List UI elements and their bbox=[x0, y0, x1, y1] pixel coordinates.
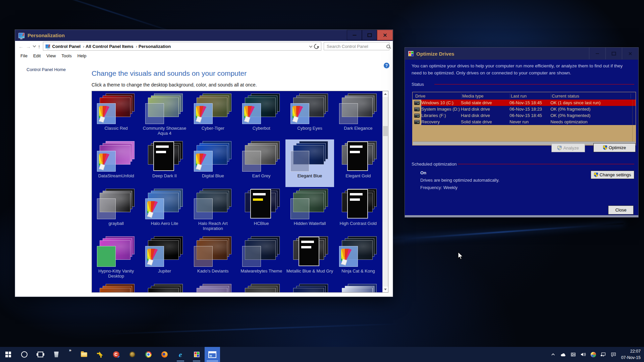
tray-onedrive-button[interactable] bbox=[559, 347, 568, 362]
firefox-button[interactable] bbox=[156, 347, 172, 362]
dialog-minimize-button[interactable] bbox=[589, 48, 605, 59]
refresh-icon[interactable] bbox=[313, 43, 320, 50]
theme-tile[interactable] bbox=[334, 282, 382, 293]
theme-tile-halo-reach-art-inspiration[interactable]: Halo Reach Art Inspiration bbox=[189, 187, 237, 235]
gold-app-button[interactable] bbox=[124, 347, 140, 362]
theme-tile-digital-blue[interactable]: Digital Blue bbox=[189, 139, 237, 187]
theme-tile-hypno-kitty-vanity-desktop[interactable]: Hypno-Kitty Vanity Desktop bbox=[92, 235, 140, 282]
column-current-status[interactable]: Current status bbox=[551, 94, 631, 99]
dialog-maximize-button[interactable] bbox=[605, 48, 622, 59]
theme-tile[interactable] bbox=[140, 282, 189, 293]
table-header[interactable]: Drive Media type Last run Current status bbox=[413, 92, 636, 100]
tray-volume-button[interactable] bbox=[579, 347, 588, 362]
theme-tile[interactable] bbox=[189, 282, 237, 293]
theme-tile-hcblue[interactable]: HCBlue bbox=[237, 187, 285, 235]
column-last-run[interactable]: Last run bbox=[510, 94, 551, 99]
column-drive[interactable]: Drive bbox=[415, 94, 462, 99]
breadcrumb-segment[interactable]: Control Panel bbox=[52, 44, 85, 49]
theme-tile-earl-grey[interactable]: Earl Grey bbox=[237, 139, 285, 187]
theme-tile-malwarebytes-theme[interactable]: Malwarebytes Theme bbox=[237, 235, 285, 282]
menu-item-tools[interactable]: Tools bbox=[61, 53, 71, 58]
forward-button[interactable]: → bbox=[26, 44, 31, 49]
menu-item-view[interactable]: View bbox=[46, 53, 56, 58]
task-view-button[interactable] bbox=[32, 347, 48, 362]
chrome-button[interactable] bbox=[140, 347, 156, 362]
title-bar[interactable]: Personalization bbox=[15, 30, 393, 41]
tray-network-button[interactable] bbox=[599, 347, 608, 362]
start-button[interactable] bbox=[0, 347, 16, 362]
tray-color-ball-button[interactable] bbox=[589, 347, 598, 362]
theme-tile-ninja-cat-kong[interactable]: Ninja Cat & Kong bbox=[334, 235, 382, 282]
dialog-close-button[interactable] bbox=[622, 48, 638, 59]
theme-tile-high-contrast-gold[interactable]: High Contrast Gold bbox=[334, 187, 382, 235]
theme-tile[interactable] bbox=[92, 282, 140, 293]
search-input[interactable] bbox=[326, 44, 386, 49]
drive-name: Recovery bbox=[421, 119, 461, 124]
drive-row-libraries-f[interactable]: Libraries (F:) Hard disk drive 06-Nov-15… bbox=[413, 112, 636, 119]
cortana-button[interactable] bbox=[16, 347, 32, 362]
help-icon[interactable]: ? bbox=[384, 63, 389, 68]
breadcrumb-segment[interactable]: All Control Panel Items bbox=[86, 44, 137, 49]
address-dropdown-chevron-icon[interactable] bbox=[309, 44, 313, 48]
dialog-title-bar[interactable]: Optimize Drives bbox=[405, 48, 638, 60]
theme-tile-grayball[interactable]: grayball bbox=[92, 187, 140, 235]
toolbar-overflow-button[interactable]: » bbox=[64, 347, 76, 362]
up-button[interactable]: ↑ bbox=[38, 44, 41, 49]
maximize-button[interactable] bbox=[362, 30, 377, 40]
file-explorer-button[interactable] bbox=[76, 347, 92, 362]
window-title: Personalization bbox=[28, 33, 65, 38]
optimize-button[interactable]: Optimize bbox=[593, 143, 636, 152]
theme-tile-metallic-blue-mud-gry[interactable]: Metallic Blue & Mud Gry bbox=[285, 235, 334, 282]
search-icon[interactable] bbox=[386, 45, 390, 48]
theme-tile-cyberbot[interactable]: Cyberbot bbox=[237, 92, 285, 139]
scrollbar-thumb[interactable] bbox=[383, 126, 388, 136]
ccleaner-button[interactable]: C bbox=[108, 347, 124, 362]
recycle-bin-button[interactable] bbox=[48, 347, 64, 362]
personalization-icon bbox=[18, 33, 24, 38]
theme-tile-cyborg-eyes[interactable]: Cyborg Eyes bbox=[285, 92, 334, 139]
gallery-scrollbar[interactable] bbox=[382, 91, 388, 292]
change-settings-button[interactable]: Change settings bbox=[591, 171, 634, 179]
control-panel-home-link[interactable]: Control Panel Home bbox=[26, 67, 66, 72]
theme-tile-hidden-waterfall[interactable]: Hidden Waterfall bbox=[285, 187, 334, 235]
theme-tile-cyber-tiger[interactable]: Cyber-Tiger bbox=[189, 92, 237, 139]
defraggler-button[interactable] bbox=[189, 347, 205, 362]
theme-tile-datastreamunfold[interactable]: DataStreamUnfold bbox=[92, 139, 140, 187]
tray-firewall-button[interactable] bbox=[569, 347, 578, 362]
minimize-button[interactable] bbox=[347, 30, 362, 40]
tray-chevron-up-button[interactable] bbox=[549, 347, 557, 362]
analyze-button[interactable]: Analyze bbox=[551, 143, 585, 152]
scroll-down-icon[interactable] bbox=[383, 287, 388, 292]
theme-tile-dark-elegance[interactable]: Dark Elegance bbox=[334, 92, 382, 139]
theme-tile-kado-s-deviants[interactable]: Kado's Deviants bbox=[189, 235, 237, 282]
theme-tile-classic-red[interactable]: Classic Red bbox=[92, 92, 140, 139]
theme-tile-halo-aero-lite[interactable]: Halo Aero Lite bbox=[140, 187, 189, 235]
close-dialog-button[interactable]: Close bbox=[608, 205, 634, 215]
theme-tile-deep-dark-ii[interactable]: Deep Dark II bbox=[140, 139, 189, 187]
search-box[interactable] bbox=[324, 42, 389, 50]
theme-tile[interactable] bbox=[285, 282, 334, 293]
drive-row-system-images-d[interactable]: System Images (D:) Hard disk drive 06-No… bbox=[413, 106, 636, 112]
menu-item-file[interactable]: File bbox=[20, 53, 28, 58]
breadcrumb-segment[interactable]: Personalization bbox=[139, 44, 173, 49]
menu-item-help[interactable]: Help bbox=[77, 53, 87, 58]
tray-action-center-button[interactable] bbox=[609, 347, 618, 362]
theme-tile[interactable] bbox=[237, 282, 285, 293]
yellow-arrows-app-button[interactable] bbox=[92, 347, 108, 362]
theme-tile-elegant-blue[interactable]: Elegant Blue bbox=[285, 139, 334, 187]
column-media-type[interactable]: Media type bbox=[462, 94, 510, 99]
address-bar[interactable]: Control PanelAll Control Panel ItemsPers… bbox=[43, 42, 322, 51]
drive-row-windows-10-c[interactable]: Windows 10 (C:) Solid state drive 06-Nov… bbox=[413, 100, 636, 106]
internet-explorer-button[interactable]: e bbox=[172, 347, 189, 362]
back-button[interactable]: ← bbox=[18, 44, 23, 49]
control-panel-active-button[interactable] bbox=[205, 347, 220, 362]
scroll-up-icon[interactable] bbox=[383, 91, 388, 97]
theme-tile-community-showcase-aqua-4[interactable]: Community Showcase Aqua 4 bbox=[140, 92, 189, 139]
menu-item-edit[interactable]: Edit bbox=[33, 53, 41, 58]
close-button[interactable] bbox=[377, 30, 393, 40]
theme-tile-elegant-gold[interactable]: Elegant Gold bbox=[334, 139, 382, 187]
clock[interactable]: 22:07 07-Nov-15 bbox=[621, 348, 641, 360]
theme-tile-jupiter[interactable]: Jupiter bbox=[140, 235, 189, 282]
drive-row-recovery[interactable]: Recovery Solid state drive Never run Nee… bbox=[413, 119, 636, 125]
recent-pages-chevron-icon[interactable] bbox=[33, 44, 36, 48]
